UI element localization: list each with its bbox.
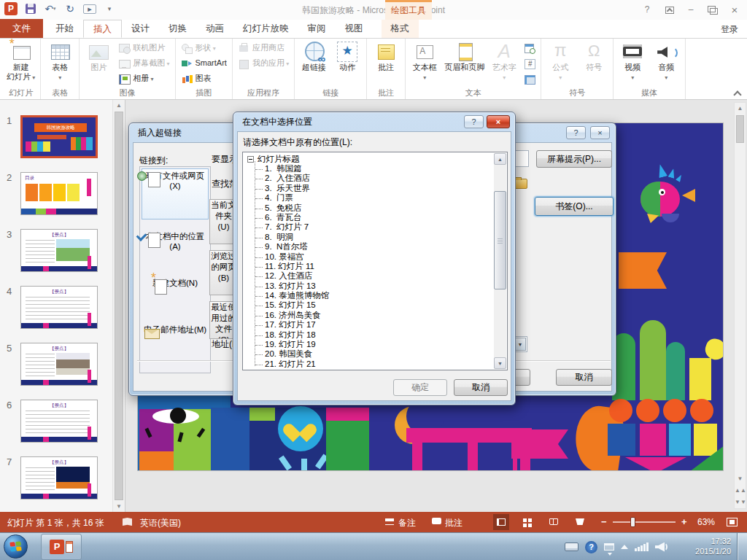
tree-slide-item[interactable]: 5. 免税店 (244, 203, 493, 213)
scroll-up-icon[interactable]: ▲ (113, 100, 125, 111)
ribbon-button[interactable] (521, 55, 538, 71)
ribbon-button[interactable]: 形状 (178, 40, 230, 55)
panel-scrollbar[interactable]: ▲ ▼ (112, 100, 125, 512)
notes-toggle[interactable]: 备注 (398, 517, 416, 529)
ribbon-button[interactable]: 批注 (369, 40, 403, 87)
next-slide-icon[interactable]: ▼▼ (735, 497, 746, 508)
start-slideshow-icon[interactable]: ▸ (83, 4, 96, 14)
zoom-in-button[interactable]: + (681, 516, 687, 527)
zoom-level[interactable]: 63% (697, 517, 715, 527)
proofing-icon[interactable] (123, 518, 132, 526)
show-desktop-button[interactable] (737, 533, 747, 560)
scroll-up-icon[interactable]: ▲ (735, 103, 746, 114)
scrollbar-thumb[interactable] (736, 115, 744, 143)
slide-thumbnail-row[interactable]: 3 【景点】 (0, 229, 112, 272)
volume-icon[interactable] (655, 542, 667, 552)
tree-slide-item[interactable]: 21. 幻灯片 21 (244, 359, 493, 369)
collapse-ribbon-icon[interactable] (732, 89, 743, 98)
tree-slide-item[interactable]: 15. 幻灯片 15 (244, 300, 493, 310)
tree-slide-item[interactable]: 3. 乐天世界 (244, 184, 493, 193)
link-to-option[interactable]: 本文档中的位置(A) (142, 230, 209, 271)
slide-thumbnail-row[interactable]: 7 【景点】 (0, 456, 112, 499)
ribbon-tab[interactable]: 设计 (122, 20, 159, 38)
normal-view-button[interactable] (493, 514, 509, 530)
dialog-help-icon[interactable]: ? (566, 126, 586, 139)
ribbon-button[interactable]: 新建 幻灯片 (4, 40, 38, 87)
slide-thumbnail-row[interactable]: 5 【景点】 (0, 343, 112, 386)
fit-to-window-icon[interactable] (727, 518, 738, 526)
slideshow-view-button[interactable] (572, 514, 588, 530)
undo-icon[interactable]: ↶ ▾ (44, 2, 57, 15)
reading-view-button[interactable] (546, 514, 562, 530)
zoom-out-button[interactable]: − (601, 516, 607, 527)
link-to-option[interactable]: 现有文件或网页(X) (142, 168, 209, 219)
ribbon-button[interactable]: 超链接 (297, 40, 330, 87)
tree-slide-item[interactable]: 8. 明洞 (244, 233, 493, 242)
dialog-help-icon[interactable]: ? (464, 115, 484, 128)
scrollbar-thumb[interactable] (115, 112, 123, 500)
slide-thumbnail-row[interactable]: 4 【景点】 (0, 286, 112, 329)
window-tray-icon[interactable] (604, 543, 614, 551)
slide-sorter-view-button[interactable] (519, 514, 535, 530)
ribbon-button[interactable]: 表格 (43, 40, 77, 87)
ribbon-tab[interactable]: 格式 (382, 20, 419, 38)
previous-slide-icon[interactable]: ▲▲ (735, 485, 746, 497)
ribbon-button[interactable]: 动作 (330, 40, 364, 87)
zoom-slider-track[interactable] (613, 521, 676, 523)
ribbon-button[interactable]: 艺术字 (487, 40, 521, 87)
ribbon-tab[interactable]: 动画 (196, 20, 233, 38)
document-places-tree[interactable]: 幻灯片标题 1. 韩国篇2. 入住酒店3. 乐天世界4. 门票5. 免税店6. … (242, 152, 508, 370)
ribbon-tab[interactable]: 开始 (46, 20, 83, 38)
tree-slide-item[interactable]: 14. 泰迪熊博物馆 (244, 291, 493, 300)
slide-thumbnail[interactable]: 【景点】 (20, 456, 98, 499)
scroll-down-icon[interactable]: ▼ (494, 357, 506, 369)
ribbon-button[interactable]: 视频 (616, 40, 649, 87)
place-ok-button[interactable]: 确定 (393, 379, 447, 396)
qat-customize-icon[interactable]: ▾ (103, 2, 116, 15)
slide-thumbnail[interactable]: 目录 (20, 172, 98, 215)
network-signal-icon[interactable] (635, 542, 649, 551)
help-icon[interactable]: ? (638, 3, 657, 16)
ribbon-button[interactable]: 页眉和页脚 (441, 40, 487, 87)
tree-slide-item[interactable]: 19. 幻灯片 19 (244, 340, 493, 349)
comments-toggle[interactable]: 批注 (445, 517, 462, 529)
show-hidden-icons-icon[interactable] (621, 545, 628, 549)
scroll-down-icon[interactable]: ▼ (735, 473, 746, 485)
ribbon-button[interactable]: 应用商店 (235, 40, 292, 55)
link-to-option[interactable]: 新建文档(N) (142, 276, 209, 317)
zoom-slider-thumb[interactable] (630, 517, 635, 527)
ribbon-button[interactable]: SmartArt (178, 55, 230, 71)
slide-thumbnail[interactable]: 【景点】 (20, 343, 98, 386)
taskbar-powerpoint-button[interactable]: P (41, 534, 82, 560)
save-icon[interactable] (24, 2, 37, 15)
tree-slide-item[interactable]: 2. 入住酒店 (244, 174, 493, 183)
tree-slide-item[interactable]: 17. 幻灯片 17 (244, 320, 493, 330)
ribbon-display-options-icon[interactable] (659, 3, 678, 16)
tree-slide-item[interactable]: 18. 幻灯片 18 (244, 330, 493, 340)
redo-icon[interactable]: ↻ (63, 2, 77, 15)
tree-slide-item[interactable]: 12. 入住酒店 (244, 271, 493, 281)
slide-thumbnail[interactable]: 【景点】 (20, 229, 98, 272)
taskbar-clock[interactable]: 17:32 2015/1/20 (695, 536, 731, 556)
link-to-option[interactable]: 电子邮件地址(M) (142, 323, 209, 371)
ribbon-tab[interactable]: 幻灯片放映 (233, 20, 298, 38)
place-cancel-button[interactable]: 取消 (454, 379, 508, 396)
help-tray-icon[interactable]: ? (585, 541, 597, 553)
tree-slide-item[interactable]: 13. 幻灯片 13 (244, 281, 493, 291)
ribbon-button[interactable]: 文本框 (408, 40, 441, 87)
start-button[interactable] (4, 534, 28, 559)
ribbon-button[interactable]: 音频 (649, 40, 683, 87)
slide-thumbnail[interactable]: 韩国旅游攻略 (20, 115, 98, 158)
language-indicator[interactable]: 英语(美国) (140, 517, 181, 529)
ribbon-button[interactable]: 符号 (577, 40, 611, 87)
slide-thumbnail-row[interactable]: 2 目录 (0, 172, 112, 215)
tree-slide-item[interactable]: 11. 幻灯片 11 (244, 262, 493, 271)
ribbon-button[interactable]: 我的应用 (235, 55, 292, 71)
slide-thumbnail-row[interactable]: 6 【景点】 (0, 400, 112, 443)
tree-slide-item[interactable]: 1. 韩国篇 (244, 164, 493, 174)
ribbon-tab[interactable]: 插入 (83, 20, 122, 38)
canvas-scrollbar[interactable]: ▲ ▼ ▲▲ ▼▼ (734, 102, 746, 509)
scrollbar-thumb[interactable] (494, 191, 506, 289)
screentip-button[interactable]: 屏幕提示(P)... (536, 150, 612, 168)
tree-slide-item[interactable]: 9. N首尔塔 (244, 242, 493, 252)
